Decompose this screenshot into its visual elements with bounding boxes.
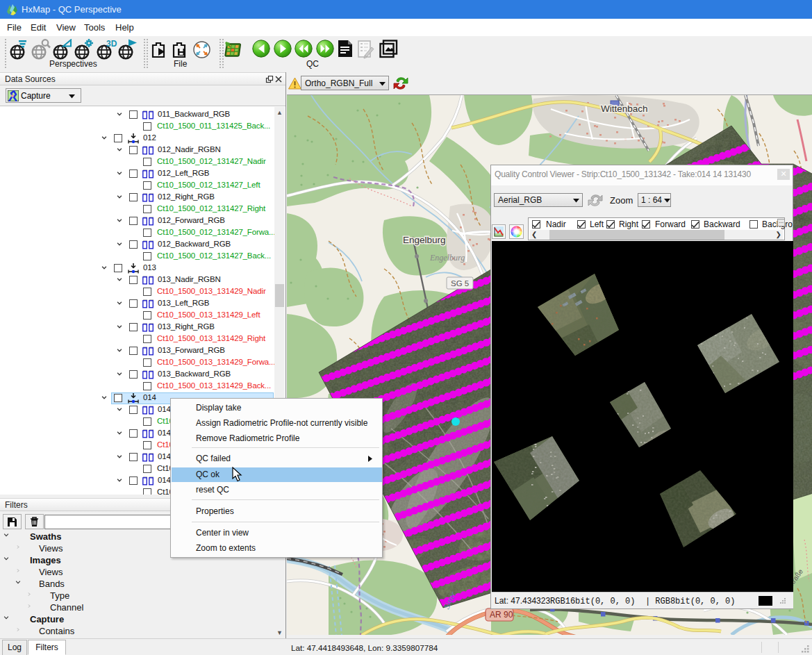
- svg-text:SG 5: SG 5: [451, 279, 469, 288]
- svg-text:Wittenbach: Wittenbach: [601, 103, 648, 114]
- svg-text:3D: 3D: [106, 39, 117, 49]
- svg-text:AR 90: AR 90: [490, 610, 513, 620]
- svg-text:Engelburg: Engelburg: [429, 253, 465, 263]
- svg-text:Engelburg: Engelburg: [403, 235, 446, 245]
